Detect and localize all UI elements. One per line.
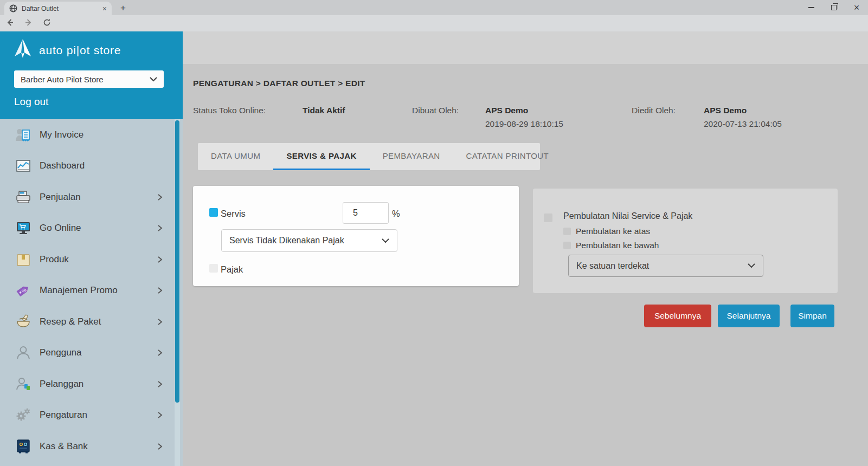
- chevron-right-icon: [157, 256, 163, 263]
- chevron-down-icon: [382, 238, 389, 243]
- rounding-title: Pembulatan Nilai Service & Pajak: [563, 211, 692, 221]
- back-icon[interactable]: [5, 18, 15, 29]
- breadcrumb: PENGATURAN > DAFTAR OUTLET > EDIT: [193, 79, 365, 88]
- sidebar-item-produk[interactable]: Produk: [0, 244, 183, 275]
- rounding-select[interactable]: Ke satuan terdekat: [568, 255, 763, 277]
- outlet-selector[interactable]: Barber Auto Pilot Store: [14, 70, 164, 88]
- tab-pembayaran[interactable]: PEMBAYARAN: [370, 143, 453, 170]
- brand-name: auto pi|ot store: [39, 44, 121, 57]
- window-controls: ×: [800, 0, 868, 15]
- status-toko-label: Status Toko Online:: [193, 106, 266, 115]
- servis-tax-select[interactable]: Servis Tidak Dikenakan Pajak: [221, 229, 397, 252]
- sidebar-menu: My Invoice Dashboard Penjualan Go Online…: [0, 119, 183, 466]
- browser-window: Daftar Outlet × + × development.autopilo…: [0, 0, 868, 466]
- sidebar-item-go-online[interactable]: Go Online: [0, 213, 183, 244]
- browser-tab[interactable]: Daftar Outlet ×: [4, 2, 112, 15]
- restore-icon: [831, 5, 837, 10]
- chevron-right-icon: [157, 194, 163, 200]
- restore-button[interactable]: [822, 0, 845, 15]
- invoice-icon: [14, 126, 33, 144]
- logout-link[interactable]: Log out: [14, 96, 48, 108]
- recipe-icon: [14, 313, 33, 331]
- sidebar-item-kas-bank[interactable]: Kas & Bank: [0, 431, 183, 462]
- brand-logo-row: auto pi|ot store: [13, 38, 121, 62]
- sidebar-header: auto pi|ot store Barber Auto Pilot Store…: [0, 31, 183, 119]
- chevron-down-icon: [748, 263, 755, 268]
- sidebar-item-penjualan[interactable]: Penjualan: [0, 182, 183, 213]
- new-tab-button[interactable]: +: [116, 2, 130, 14]
- servis-checkbox[interactable]: [209, 208, 218, 217]
- edited-by-label: Diedit Oleh:: [632, 106, 676, 115]
- servis-label: Servis: [221, 209, 246, 219]
- close-window-button[interactable]: ×: [845, 0, 868, 15]
- percent-suffix: %: [392, 209, 400, 219]
- status-toko-value: Tidak Aktif: [303, 106, 345, 115]
- browser-toolbar: development.autopilotstore.co.id/daftar_…: [0, 15, 868, 31]
- user-icon: [14, 344, 33, 361]
- tab-bar: DATA UMUMSERVIS & PAJAKPEMBAYARANCATATAN…: [198, 143, 540, 170]
- rounding-up-label: Pembulatan ke atas: [576, 226, 650, 236]
- main-top-band: [183, 31, 868, 64]
- sidebar-item-label: Manajemen Promo: [40, 285, 118, 296]
- previous-button[interactable]: Sebelumnya: [644, 305, 711, 327]
- minimize-button[interactable]: [800, 0, 822, 15]
- sidebar-item-label: Kas & Bank: [40, 441, 88, 452]
- save-button[interactable]: Simpan: [790, 305, 834, 327]
- browser-titlebar: Daftar Outlet × + ×: [0, 0, 868, 15]
- tab-servis-pajak[interactable]: SERVIS & PAJAK: [273, 143, 369, 170]
- chevron-right-icon: [157, 381, 163, 387]
- rounding-card: Pembulatan Nilai Service & Pajak Pembula…: [533, 189, 838, 293]
- tab-catatan-printout[interactable]: CATATAN PRINTOUT: [453, 143, 562, 170]
- edited-by-datetime: 2020-07-13 21:04:05: [704, 119, 782, 129]
- rounding-down-checkbox[interactable]: [563, 242, 571, 249]
- chevron-right-icon: [157, 319, 163, 325]
- sidebar-item-manajemen-promo[interactable]: % Manajemen Promo: [0, 275, 183, 307]
- sidebar-item-resep-paket[interactable]: Resep & Paket: [0, 306, 183, 338]
- sidebar-item-label: Pelanggan: [40, 379, 83, 390]
- sidebar-item-label: Go Online: [40, 223, 81, 234]
- rounding-up-checkbox[interactable]: [563, 228, 571, 235]
- sidebar-item-label: My Invoice: [40, 130, 83, 140]
- created-by-name: APS Demo: [485, 106, 528, 115]
- sidebar-item-label: Dashboard: [40, 160, 85, 171]
- forward-icon[interactable]: [24, 18, 33, 29]
- outlet-selector-value: Barber Auto Pilot Store: [21, 75, 104, 84]
- chevron-right-icon: [157, 443, 163, 450]
- sidebar-item-label: Pengaturan: [40, 410, 87, 420]
- rounding-checkbox[interactable]: [544, 213, 552, 222]
- created-by-label: Dibuat Oleh:: [412, 106, 459, 115]
- minimize-icon: [808, 7, 814, 8]
- reload-icon[interactable]: [42, 18, 52, 29]
- next-button[interactable]: Selanjutnya: [718, 305, 780, 327]
- servis-percent-input[interactable]: [343, 202, 389, 224]
- sidebar-item-label: Resep & Paket: [40, 316, 101, 327]
- created-by-datetime: 2019-08-29 18:10:15: [485, 119, 563, 129]
- product-icon: [14, 251, 33, 268]
- tab-close-icon[interactable]: ×: [102, 5, 107, 12]
- service-tax-card: Servis % Servis Tidak Dikenakan Pajak Pa…: [193, 186, 519, 286]
- customer-icon: [14, 376, 33, 393]
- pajak-checkbox[interactable]: [209, 264, 218, 273]
- sidebar: auto pi|ot store Barber Auto Pilot Store…: [0, 31, 183, 466]
- edited-by-name: APS Demo: [704, 106, 747, 115]
- rounding-down-label: Pembulatan ke bawah: [576, 241, 659, 250]
- tab-data-umum[interactable]: DATA UMUM: [198, 143, 273, 170]
- sidebar-item-label: Penjualan: [40, 192, 81, 203]
- sidebar-item-pelanggan[interactable]: Pelanggan: [0, 368, 183, 400]
- sidebar-item-my-invoice[interactable]: My Invoice: [0, 119, 183, 151]
- chevron-right-icon: [157, 225, 163, 231]
- dashboard-icon: [14, 157, 33, 174]
- rounding-select-value: Ke satuan terdekat: [576, 261, 649, 271]
- sidebar-item-dashboard[interactable]: Dashboard: [0, 151, 183, 182]
- servis-tax-select-value: Servis Tidak Dikenakan Pajak: [229, 236, 344, 245]
- bank-icon: [14, 438, 33, 455]
- chevron-right-icon: [157, 287, 163, 294]
- go-online-icon: [14, 219, 33, 237]
- sidebar-scrollbar-thumb[interactable]: [175, 120, 179, 403]
- chevron-right-icon: [157, 350, 163, 356]
- sales-icon: [14, 189, 33, 206]
- sidebar-item-pengaturan[interactable]: Pengaturan: [0, 400, 183, 431]
- chevron-down-icon: [150, 77, 157, 82]
- sidebar-item-label: Produk: [40, 254, 69, 265]
- sidebar-item-pengguna[interactable]: Pengguna: [0, 338, 183, 369]
